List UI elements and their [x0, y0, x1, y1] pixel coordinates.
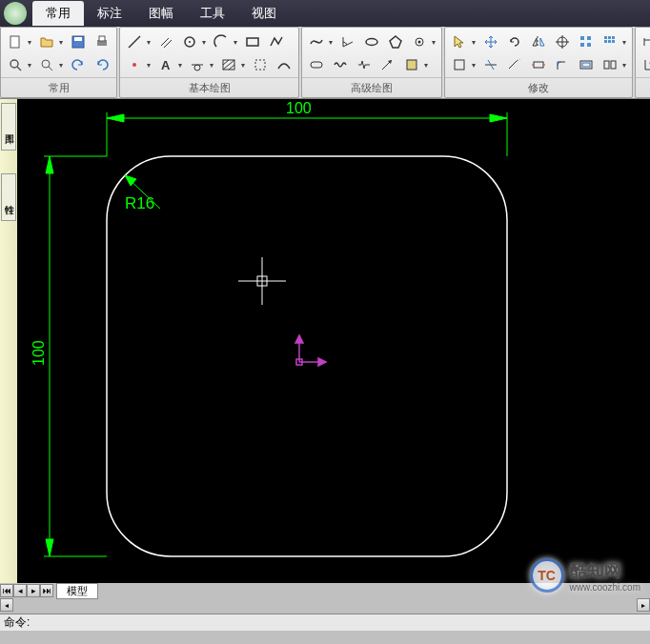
hatch-tool[interactable] [219, 55, 238, 74]
rotate-tool[interactable] [505, 32, 524, 51]
scroll-right-button[interactable]: ▸ [637, 598, 650, 612]
command-input[interactable] [30, 616, 650, 630]
svg-rect-53 [611, 61, 616, 69]
panel-label: 高级绘图 [302, 77, 441, 97]
offset-tool[interactable] [450, 55, 469, 74]
mirror-tool[interactable] [529, 32, 548, 51]
svg-point-15 [132, 63, 136, 67]
dropdown-arrow-icon[interactable]: ▾ [58, 61, 64, 70]
sidebar-properties-button[interactable]: 特性 [1, 173, 16, 221]
dropdown-arrow-icon[interactable]: ▾ [431, 38, 437, 47]
tab-nav-first[interactable]: ⏮ [0, 584, 13, 597]
trim-tool[interactable] [481, 55, 500, 74]
dropdown-arrow-icon[interactable]: ▾ [177, 61, 183, 70]
tab-nav-prev[interactable]: ◂ [13, 584, 27, 597]
dropdown-arrow-icon[interactable]: ▾ [471, 61, 477, 70]
explode-tool[interactable] [600, 55, 620, 74]
array-rect-tool[interactable] [577, 32, 596, 51]
menu-common[interactable]: 常用 [32, 1, 84, 26]
undo-button[interactable] [69, 55, 88, 74]
dropdown-arrow-icon[interactable]: ▾ [328, 38, 334, 47]
extend-tool[interactable] [505, 55, 524, 74]
fillet-tool[interactable] [553, 55, 572, 74]
ribbon-panel-common: ▾ ▾ ▾ ▾ 常用 [0, 27, 117, 98]
svg-rect-42 [608, 40, 611, 43]
select-tool[interactable] [450, 32, 469, 51]
panel-label: 常用 [1, 77, 116, 97]
sidebar-library-button[interactable]: 图库 [1, 103, 16, 151]
arrow-tool[interactable] [378, 55, 397, 74]
rect-tool[interactable] [243, 32, 262, 51]
svg-rect-51 [582, 63, 590, 67]
parallel-tool[interactable] [156, 32, 175, 51]
dropdown-arrow-icon[interactable]: ▾ [201, 38, 207, 47]
spline-tool[interactable] [307, 32, 326, 51]
slot-tool[interactable] [307, 55, 326, 74]
region-tool[interactable] [251, 55, 270, 74]
arc-tool[interactable] [212, 32, 231, 51]
svg-line-47 [509, 61, 517, 69]
app-logo-icon[interactable] [4, 2, 27, 25]
ribbon: ▾ ▾ ▾ ▾ 常用 ▾ ▾ ▾ [0, 27, 650, 99]
ribbon-panel-dimension: ▾ ▾ ▾ ▾ 标注 [635, 27, 650, 98]
new-doc-button[interactable] [6, 32, 25, 51]
dim-coord-tool[interactable] [640, 55, 650, 74]
block-tool[interactable] [402, 55, 421, 74]
menu-annotate[interactable]: 标注 [84, 1, 135, 26]
watermark-logo-icon: TC [530, 558, 564, 593]
panel-label: 修改 [445, 77, 632, 97]
ellipse-tool[interactable] [362, 32, 381, 51]
dropdown-arrow-icon[interactable]: ▾ [471, 38, 477, 47]
svg-line-21 [223, 60, 234, 70]
center-tool[interactable] [553, 32, 572, 51]
zoom-button[interactable] [6, 55, 25, 74]
text-tool[interactable]: A [156, 55, 175, 74]
scroll-left-button[interactable]: ◂ [0, 598, 13, 612]
chamfer-tool[interactable] [577, 55, 596, 74]
redo-button[interactable] [92, 55, 112, 74]
print-button[interactable] [92, 32, 112, 51]
stretch-tool[interactable] [529, 55, 548, 74]
dropdown-arrow-icon[interactable]: ▾ [621, 38, 627, 47]
open-doc-button[interactable] [37, 32, 56, 51]
save-button[interactable] [69, 32, 88, 51]
dropdown-arrow-icon[interactable]: ▾ [146, 61, 152, 70]
polygon-tool[interactable] [386, 32, 405, 51]
ribbon-panel-basic-draw: ▾ ▾ ▾ ▾ A▾ ▾ ▾ 基本绘图 [119, 27, 299, 98]
wave-tool[interactable] [331, 55, 350, 74]
circle-tool[interactable] [180, 32, 199, 51]
tab-nav-last[interactable]: ⏭ [40, 584, 53, 597]
dropdown-arrow-icon[interactable]: ▾ [146, 38, 152, 47]
svg-line-22 [229, 65, 234, 70]
svg-rect-49 [534, 62, 543, 68]
dropdown-arrow-icon[interactable]: ▾ [58, 38, 64, 47]
left-sidebar: 图库 特性 [0, 99, 17, 583]
horizontal-scrollbar[interactable]: ◂ ▸ [0, 598, 650, 614]
tab-model[interactable]: 模型 [56, 583, 98, 599]
array-polar-tool[interactable] [600, 32, 620, 51]
polyline-tool[interactable] [267, 32, 286, 51]
dropdown-arrow-icon[interactable]: ▾ [621, 61, 627, 70]
tangent-tool[interactable] [188, 55, 207, 74]
svg-line-6 [17, 67, 21, 70]
menu-tools[interactable]: 工具 [187, 1, 238, 26]
dropdown-arrow-icon[interactable]: ▾ [240, 61, 246, 70]
menu-frame[interactable]: 图幅 [135, 1, 187, 26]
line-tool[interactable] [125, 32, 144, 51]
tab-nav-next[interactable]: ▸ [27, 584, 40, 597]
pan-button[interactable] [37, 55, 56, 74]
point-tool[interactable] [125, 55, 144, 74]
break-tool[interactable] [355, 55, 374, 74]
dropdown-arrow-icon[interactable]: ▾ [233, 38, 238, 47]
gear-tool[interactable] [410, 32, 429, 51]
dropdown-arrow-icon[interactable]: ▾ [423, 61, 429, 70]
dropdown-arrow-icon[interactable]: ▾ [27, 61, 32, 70]
menu-view[interactable]: 视图 [238, 1, 290, 26]
dropdown-arrow-icon[interactable]: ▾ [209, 61, 214, 70]
drawing-canvas[interactable]: 100 100 R16 TC 酷知网 www.coozhi.com [17, 99, 650, 583]
curve-tool[interactable] [274, 55, 294, 74]
move-tool[interactable] [481, 32, 500, 51]
dim-linear-tool[interactable] [640, 32, 650, 51]
angle-tool[interactable] [338, 32, 357, 51]
dropdown-arrow-icon[interactable]: ▾ [27, 38, 32, 47]
